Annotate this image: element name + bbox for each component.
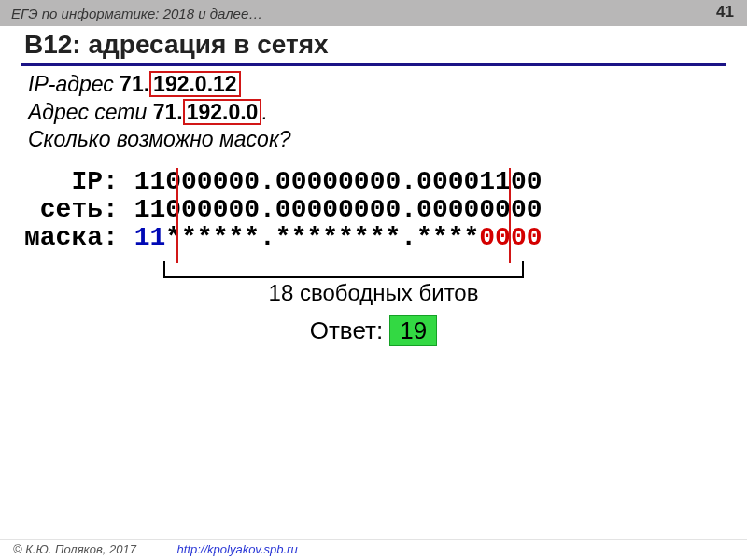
title-underline — [21, 63, 726, 66]
row-ip-a: 11 — [134, 167, 166, 196]
topbar: ЕГЭ по информатике: 2018 и далее… 41 — [0, 0, 747, 26]
net-plain-b: . — [261, 100, 267, 124]
bracket-label: 18 свободных битов — [0, 280, 747, 306]
bracket-icon — [163, 261, 524, 278]
page-title: B12: адресация в сетях — [24, 30, 329, 60]
footer-copyright: © К.Ю. Поляков, 2017 — [13, 542, 136, 556]
slide-number: 41 — [716, 3, 734, 21]
row-net-a: 11 — [134, 195, 166, 224]
row-net-c: 000 — [495, 195, 542, 224]
topbar-text: ЕГЭ по информатике: 2018 и далее… — [11, 6, 262, 21]
row-mask-label: маска: — [24, 223, 134, 252]
row-ip-c: 100 — [495, 167, 542, 196]
question-text: Сколько возможно масок? — [28, 127, 291, 151]
row-ip-label: IP: — [24, 167, 134, 196]
answer-value: 19 — [389, 315, 437, 346]
row-mask-blue: 11 — [134, 223, 166, 252]
row-mask-mid: ******.********.**** — [165, 223, 479, 252]
red-divider-right — [509, 168, 511, 263]
net-label: Адрес сети — [28, 100, 153, 124]
ip-highlight-box: 192.0.12 — [149, 71, 241, 97]
ip-plain: 71. — [120, 72, 149, 96]
net-highlight-box: 192.0.0 — [183, 99, 262, 125]
answer-label: Ответ: — [310, 316, 390, 344]
footer: © К.Ю. Поляков, 2017 http://kpolyakov.sp… — [0, 539, 747, 560]
net-plain-a: 71. — [153, 100, 183, 124]
ip-label: IP-адрес — [28, 72, 120, 96]
footer-url: http://kpolyakov.spb.ru — [177, 542, 298, 556]
row-ip-b: 000000.00000000.00001 — [165, 167, 495, 196]
body-text: IP-адрес 71.192.0.12 Адрес сети 71.192.0… — [28, 69, 719, 154]
binary-block: IP: 11000000.00000000.00001100 сеть: 110… — [24, 168, 543, 253]
row-net-b: 000000.00000000.00000 — [165, 195, 495, 224]
red-divider-left — [176, 168, 178, 263]
answer-row: Ответ: 19 — [0, 315, 747, 346]
row-net-label: сеть: — [24, 195, 134, 224]
